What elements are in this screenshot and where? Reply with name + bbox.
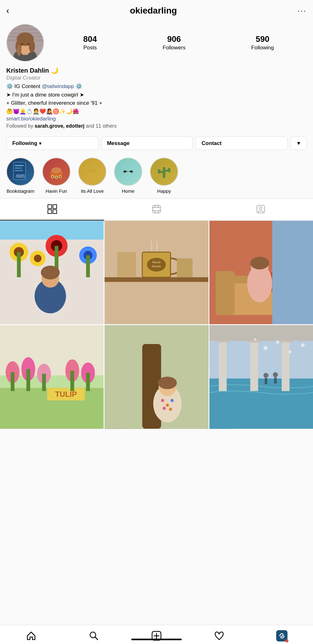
svg-rect-47 <box>158 211 158 214</box>
highlight-havinfun-label: Havin Fun <box>46 188 67 194</box>
tab-grid[interactable] <box>0 198 104 220</box>
tab-reels[interactable] <box>104 198 208 220</box>
grid-photo-5[interactable] <box>105 325 208 429</box>
nav-add[interactable] <box>125 630 188 641</box>
svg-rect-114 <box>282 341 289 391</box>
svg-text:❄: ❄ <box>288 349 292 354</box>
svg-rect-67 <box>105 277 208 282</box>
svg-rect-39 <box>48 210 52 214</box>
svg-rect-97 <box>71 371 74 391</box>
svg-rect-112 <box>219 341 227 391</box>
svg-rect-20 <box>15 170 23 171</box>
svg-rect-74 <box>177 258 193 277</box>
dropdown-button[interactable]: ▾ <box>290 136 307 150</box>
highlight-happy[interactable]: Happy <box>150 158 178 194</box>
svg-point-13 <box>17 45 21 56</box>
svg-rect-54 <box>17 252 21 277</box>
svg-rect-93 <box>42 374 46 391</box>
home-icon <box>26 631 36 641</box>
svg-text:❄: ❄ <box>275 340 279 345</box>
svg-point-12 <box>29 40 35 53</box>
svg-text:Rural: Rural <box>152 260 161 264</box>
highlight-bookstagram[interactable]: PARIS HOURS Bookstagram <box>6 158 35 194</box>
svg-point-126 <box>273 372 278 377</box>
following-button[interactable]: Following ▾ <box>6 136 99 150</box>
highlight-itsalllove-label: Its All Love <box>81 188 104 194</box>
svg-rect-73 <box>117 252 136 277</box>
svg-point-65 <box>41 266 60 280</box>
grid-icon <box>47 204 57 214</box>
search-icon <box>89 631 99 641</box>
nav-activity[interactable] <box>188 630 250 641</box>
back-button[interactable]: ‹ <box>6 6 9 16</box>
photo-grid: Rural Roots <box>0 221 313 429</box>
following-label: Following <box>251 45 274 51</box>
posts-stat[interactable]: 804 Posts <box>83 35 97 51</box>
highlight-itsalllove[interactable]: Its All Love <box>78 158 106 194</box>
svg-text:HOURS: HOURS <box>16 174 25 176</box>
highlight-itsalllove-circle <box>78 158 106 186</box>
chevron-down-icon: ▾ <box>39 141 41 146</box>
tailwind-link[interactable]: @tailwindapp <box>42 83 74 89</box>
svg-rect-60 <box>86 255 90 277</box>
grid-photo-2[interactable]: Rural Roots <box>105 221 208 324</box>
svg-rect-2 <box>7 25 43 27</box>
followers-count: 906 <box>167 35 181 44</box>
followed-by-text: Followed by <box>6 123 35 129</box>
svg-rect-113 <box>250 341 258 391</box>
svg-point-108 <box>163 407 166 410</box>
svg-rect-40 <box>53 210 57 214</box>
avatar[interactable] <box>6 24 44 62</box>
svg-rect-125 <box>265 378 267 384</box>
svg-text:Roots: Roots <box>152 264 161 268</box>
tab-tagged[interactable] <box>209 198 313 220</box>
contact-button[interactable]: Contact <box>196 136 288 150</box>
action-buttons: Following ▾ Message Contact ▾ <box>0 133 313 154</box>
followed-by: Followed by sarah.grove, edotterj and 11… <box>6 123 307 129</box>
svg-rect-34 <box>158 169 160 174</box>
svg-rect-3 <box>7 28 43 31</box>
svg-rect-89 <box>11 372 14 391</box>
highlight-home[interactable]: Home <box>114 158 142 194</box>
nav-tailwind[interactable] <box>250 630 313 641</box>
bottom-navigation <box>0 625 313 644</box>
tailwind-icon <box>276 630 287 641</box>
message-button[interactable]: Message <box>101 136 193 150</box>
highlight-home-circle <box>114 158 142 186</box>
svg-text:❄: ❄ <box>300 342 305 348</box>
followed-by-names: sarah.grove, edotterj <box>35 123 84 129</box>
nav-home[interactable] <box>0 630 63 641</box>
followers-stat[interactable]: 906 Followers <box>162 35 185 51</box>
following-count: 590 <box>256 35 269 44</box>
svg-rect-37 <box>48 205 52 208</box>
nav-search[interactable] <box>63 630 125 641</box>
svg-rect-19 <box>15 168 22 169</box>
bio-line-3: + Glitter, cheerful irreverence since '9… <box>6 99 307 107</box>
svg-rect-46 <box>155 211 155 214</box>
grid-photo-3[interactable] <box>209 221 313 324</box>
bio-emojis: 🤔😈👱‍♀️💍🤵❤️👩‍🎤♉✨🌙🌺 <box>6 108 307 116</box>
svg-point-124 <box>263 373 268 378</box>
following-stat[interactable]: 590 Following <box>251 35 274 51</box>
highlight-happy-label: Happy <box>157 188 171 194</box>
posts-label: Posts <box>83 45 97 51</box>
profile-stats: 804 Posts 906 Followers 590 Following <box>50 35 307 51</box>
svg-rect-43 <box>152 210 161 211</box>
content-tabs <box>0 198 313 221</box>
display-name: Kristen Dahlin 🌙 <box>6 67 307 74</box>
page-title: okiedarling <box>130 6 177 16</box>
svg-rect-118 <box>209 325 313 341</box>
category-label: Digital Creator <box>6 75 307 81</box>
svg-point-106 <box>166 404 169 407</box>
svg-rect-91 <box>26 369 30 391</box>
svg-rect-45 <box>158 205 158 207</box>
svg-text:❄: ❄ <box>253 337 256 342</box>
more-options-button[interactable]: ··· <box>298 6 307 15</box>
grid-photo-1[interactable] <box>0 221 104 324</box>
posts-count: 804 <box>83 35 97 44</box>
grid-photo-6[interactable]: ❄ ❄ ❄ ❄ ❄ <box>209 325 313 429</box>
bio-link[interactable]: smart.bio/okiedarling <box>6 116 56 122</box>
highlight-havinfun[interactable]: Havin Fun <box>42 158 71 194</box>
highlight-havinfun-circle <box>42 158 71 186</box>
grid-photo-4[interactable]: TULIP <box>0 325 104 429</box>
